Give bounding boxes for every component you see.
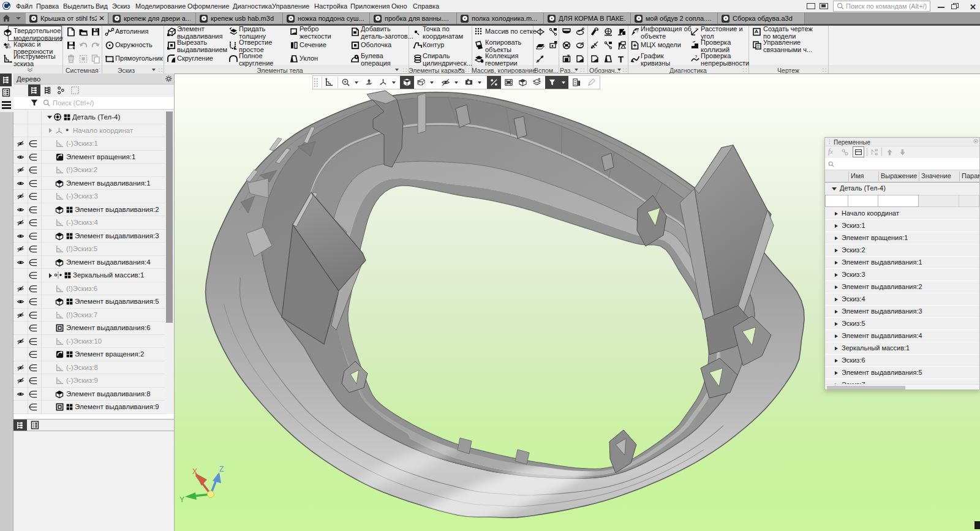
svg-text:Z: Z [219,465,224,473]
svg-text:X: X [192,467,197,476]
svg-text:Y: Y [179,495,184,504]
